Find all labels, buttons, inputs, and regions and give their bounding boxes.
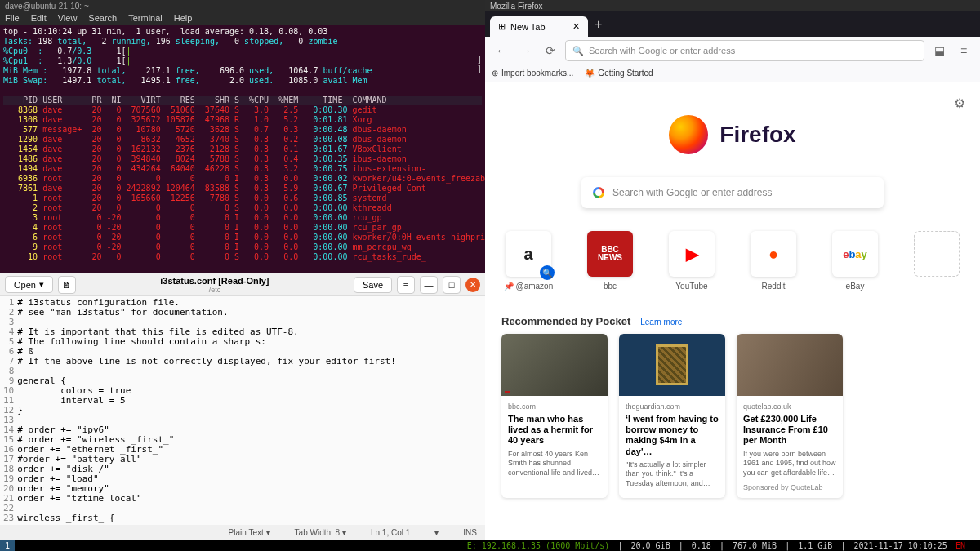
editor-statusbar: Plain Text ▾ Tab Width: 8 ▾ Ln 1, Col 1 …	[0, 525, 485, 540]
lang-indicator: EN	[956, 541, 965, 550]
tile-label: YouTube	[675, 282, 707, 291]
text-editor: Open ▾ 🗎 i3status.conf [Read-Only] /etc …	[0, 273, 485, 540]
topsite-ebay[interactable]: ebayeBay	[826, 231, 884, 291]
swap-status: 1.1 GiB	[798, 541, 832, 550]
process-row: 10 root 20 0 0 0 0 S 0.0 0.0 0:00.00 rcu…	[3, 252, 482, 262]
topsite-bbc[interactable]: BBCNEWSbbc	[581, 231, 639, 291]
gear-icon[interactable]: ⚙	[954, 96, 965, 111]
process-row: 2 root 20 0 0 0 0 S 0.0 0.0 0:00.00 kthr…	[3, 203, 482, 213]
swap-line: MiB Swap: 1497.1 total, 1495.1 free, 2.0…	[3, 76, 482, 86]
menu-help[interactable]: Help	[174, 13, 193, 23]
firefox-titlebar: Mozilla Firefox	[485, 0, 980, 11]
editor-body[interactable]: 1234567891011121314151617181920212223 # …	[0, 296, 485, 525]
bookmark-getting-started[interactable]: 🦊 Getting Started	[585, 69, 653, 78]
cursor-pos: Ln 1, Col 1	[371, 528, 410, 537]
top-header: PID USER PR NI VIRT RES SHR S %CPU %MEM …	[3, 96, 482, 105]
pocket-card[interactable]: quotelab.co.ukGet £230,000 Life Insuranc…	[737, 334, 843, 498]
disk-status: 20.0 GiB	[630, 541, 670, 550]
tab-close-icon[interactable]: ✕	[572, 21, 580, 32]
process-row: 1290 dave 20 0 8632 4652 3740 S 0.3 0.2 …	[3, 135, 482, 144]
tile-icon: ●	[751, 231, 796, 277]
forward-button[interactable]: →	[516, 41, 536, 60]
process-row: 1 root 20 0 165660 12256 7780 S 0.0 0.6 …	[3, 193, 482, 203]
tile-label: Reddit	[762, 282, 786, 291]
i3-statusbar: 1 E: 192.168.1.35 (1000 Mbit/s) | 20.0 G…	[0, 540, 980, 551]
load-status: 0.18	[692, 541, 711, 550]
time-status: 2021-11-17 10:10:25	[853, 541, 947, 550]
tile-icon: ebay	[832, 231, 878, 277]
firefox-logo: Firefox	[669, 115, 795, 154]
process-row: 1486 dave 20 0 394840 8024 5788 S 0.3 0.…	[3, 154, 482, 164]
back-button[interactable]: ←	[492, 41, 511, 60]
topsite-empty[interactable]	[907, 231, 966, 291]
terminal-titlebar: dave@ubuntu-21-10: ~	[0, 0, 485, 11]
menu-edit[interactable]: Edit	[31, 13, 47, 23]
cpu-bar-end: ]	[477, 55, 482, 64]
tile-icon: BBCNEWS	[587, 231, 633, 277]
process-row: 4 root 0 -20 0 0 0 I 0.0 0.0 0:00.00 rcu…	[3, 223, 482, 233]
menu-terminal[interactable]: Terminal	[128, 13, 163, 23]
topsite-reddit[interactable]: ●Reddit	[744, 231, 803, 291]
mem-line: MiB Mem : 1977.8 total, 217.1 free, 696.…	[3, 66, 482, 76]
topsites-row: a🔍📌 @amazonBBCNEWSbbc▶YouTube●Redditebay…	[485, 231, 980, 291]
url-bar[interactable]: 🔍 Search with Google or enter address	[565, 40, 924, 61]
tile-label: bbc	[604, 282, 617, 291]
firefox-tab-icon: ⊞	[498, 21, 506, 32]
menu-view[interactable]: View	[58, 13, 78, 23]
tabwidth-selector[interactable]: Tab Width: 8 ▾	[295, 528, 346, 537]
tile-label: eBay	[846, 282, 865, 291]
process-row: 8368 dave 20 0 707560 51060 37640 S 3.0 …	[3, 105, 482, 115]
menu-file[interactable]: File	[5, 13, 20, 23]
process-row: 3 root 0 -20 0 0 0 I 0.0 0.0 0:00.00 rcu…	[3, 213, 482, 223]
firefox-content: ⚙ Firefox Search with Google or enter ad…	[485, 82, 980, 540]
tile-icon: ▶	[669, 231, 715, 277]
import-bookmarks[interactable]: ⊕ Import bookmarks...	[492, 69, 573, 78]
process-row: 1494 dave 20 0 434264 64040 46228 S 0.3 …	[3, 164, 482, 174]
tile-label: 📌 @amazon	[504, 282, 554, 291]
process-row: 7861 dave 20 0 2422892 120464 83588 S 0.…	[3, 184, 482, 193]
save-button[interactable]: Save	[354, 277, 392, 293]
process-row: 9 root 0 -20 0 0 0 I 0.0 0.0 0:00.00 mm_…	[3, 242, 482, 252]
syntax-selector[interactable]: Plain Text ▾	[229, 528, 270, 537]
process-row: 6 root 0 -20 0 0 0 I 0.0 0.0 0:00.00 kwo…	[3, 233, 482, 242]
process-row: 6936 root 20 0 0 0 0 I 0.3 0.0 0:00.02 k…	[3, 174, 482, 184]
process-row: 1454 dave 20 0 162132 2376 2128 S 0.3 0.…	[3, 144, 482, 154]
firefox-logo-icon	[669, 115, 708, 154]
topsite-amazon[interactable]: a🔍📌 @amazon	[499, 231, 558, 291]
new-tab-button[interactable]: +	[595, 17, 602, 37]
firefox-toolbar: ← → ⟳ 🔍 Search with Google or enter addr…	[485, 37, 980, 64]
top-line: top - 10:10:24 up 31 min, 1 user, load a…	[3, 27, 482, 37]
cpu1-line: %Cpu1 : 1.3/0.0 1[|	[3, 56, 482, 66]
bookmarks-toolbar: ⊕ Import bookmarks... 🦊 Getting Started	[485, 64, 980, 82]
minimize-button[interactable]: —	[420, 276, 438, 294]
open-button[interactable]: Open ▾	[5, 276, 53, 293]
topsite-yt[interactable]: ▶YouTube	[662, 231, 721, 291]
cpu0-line: %Cpu0 : 0.7/0.3 1[|	[3, 47, 482, 56]
app-menu-button[interactable]: ≡	[954, 41, 973, 60]
terminal-body[interactable]: top - 10:10:24 up 31 min, 1 user, load a…	[0, 25, 485, 273]
downloads-button[interactable]: ⬓	[929, 41, 949, 60]
insert-mode[interactable]: INS	[463, 528, 477, 537]
search-icon: 🔍	[572, 46, 584, 56]
eth-status: E: 192.168.1.35 (1000 Mbit/s)	[467, 541, 610, 550]
pocket-cards: bbc.comThe man who has lived as a hermit…	[485, 334, 980, 498]
process-row: 1308 dave 20 0 325672 105876 47968 R 1.0…	[3, 115, 482, 125]
tab-newtab[interactable]: ⊞ New Tab ✕	[490, 16, 588, 37]
pocket-card[interactable]: theguardian.com‘I went from having to bo…	[619, 334, 725, 498]
mem-status: 767.0 MiB	[733, 541, 777, 550]
new-doc-button[interactable]: 🗎	[58, 276, 76, 294]
tile-icon: a🔍	[506, 231, 551, 277]
pocket-learn-more[interactable]: Learn more	[640, 318, 682, 327]
newtab-search[interactable]: Search with Google or enter address	[581, 177, 884, 208]
tasks-line: Tasks: 198 total, 2 running, 196 sleepin…	[3, 37, 482, 47]
close-button[interactable]: ✕	[466, 278, 480, 292]
reload-button[interactable]: ⟳	[541, 41, 560, 60]
pocket-card[interactable]: bbc.comThe man who has lived as a hermit…	[501, 334, 608, 498]
menu-search[interactable]: Search	[88, 13, 117, 23]
hamburger-button[interactable]: ≡	[397, 276, 415, 294]
editor-header: Open ▾ 🗎 i3status.conf [Read-Only] /etc …	[0, 273, 485, 296]
workspace-1[interactable]: 1	[0, 540, 15, 551]
editor-title: i3status.conf [Read-Only] /etc	[81, 276, 349, 294]
maximize-button[interactable]: □	[443, 276, 461, 294]
pocket-header: Recommended by Pocket	[501, 315, 630, 327]
